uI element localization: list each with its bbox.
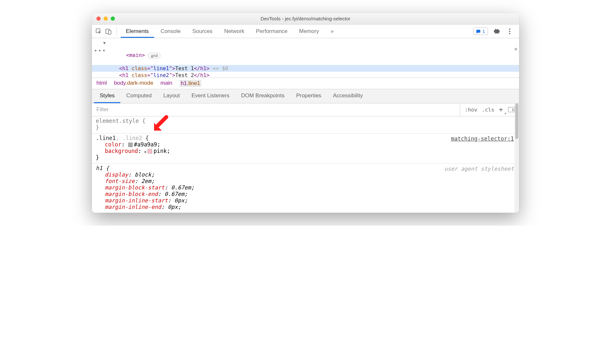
- dom-node-main[interactable]: ▼ <main> grid: [92, 39, 519, 65]
- window-title: DevTools - jec.fyi/demo/matching-selecto…: [92, 16, 519, 21]
- styles-content: :hov .cls + ◢ element.style { } matching…: [92, 103, 519, 213]
- svg-rect-2: [108, 30, 111, 34]
- inspect-element-icon[interactable]: [94, 27, 103, 36]
- color-swatch-icon[interactable]: [148, 149, 152, 154]
- issues-count: 1: [483, 28, 485, 34]
- device-toolbar-icon[interactable]: [104, 27, 113, 36]
- kebab-menu-icon[interactable]: [505, 27, 514, 36]
- styles-filter-input[interactable]: [92, 106, 460, 113]
- tab-performance[interactable]: Performance: [251, 25, 293, 38]
- subtab-styles[interactable]: Styles: [94, 89, 120, 103]
- separator: [117, 27, 117, 35]
- tab-console[interactable]: Console: [155, 25, 186, 38]
- subtab-computed[interactable]: Computed: [120, 89, 157, 103]
- dom-node-h1-line1[interactable]: <h1 class="line1">Test 1</h1> == $0: [92, 65, 519, 72]
- titlebar: DevTools - jec.fyi/demo/matching-selecto…: [92, 13, 519, 25]
- hov-toggle[interactable]: :hov: [465, 107, 477, 113]
- user-agent-label: user agent stylesheet: [444, 166, 514, 172]
- corner-handle-icon: ◢: [505, 112, 506, 115]
- subtab-event-listeners[interactable]: Event Listeners: [186, 89, 235, 103]
- stylesheet-source-link[interactable]: matching-selector:1: [451, 135, 514, 142]
- cls-toggle[interactable]: .cls: [482, 107, 494, 113]
- scroll-indicator: [515, 48, 517, 50]
- subtab-properties[interactable]: Properties: [290, 89, 327, 103]
- rule-line1-line2[interactable]: matching-selector:1 .line1, .line2 { col…: [92, 134, 519, 164]
- expand-triangle-icon[interactable]: ▼: [103, 41, 106, 45]
- svg-point-5: [509, 33, 510, 34]
- issues-button[interactable]: 1: [473, 27, 488, 35]
- tab-sources[interactable]: Sources: [187, 25, 217, 38]
- svg-point-3: [509, 28, 510, 30]
- styles-filter-bar: :hov .cls + ◢: [92, 103, 519, 116]
- subtab-accessibility[interactable]: Accessibility: [327, 89, 369, 103]
- devtools-window: DevTools - jec.fyi/demo/matching-selecto…: [92, 13, 519, 213]
- styles-panel: element.style { } matching-selector:1 .l…: [92, 116, 519, 213]
- styles-subtabs: Styles Computed Layout Event Listeners D…: [92, 89, 519, 103]
- tab-elements[interactable]: Elements: [121, 25, 154, 38]
- tab-network[interactable]: Network: [219, 25, 250, 38]
- color-swatch-icon[interactable]: [128, 143, 133, 147]
- breadcrumb: html body.dark-mode main h1.line1: [92, 78, 519, 89]
- annotation-arrow-icon: [152, 115, 170, 133]
- breadcrumb-main[interactable]: main: [161, 80, 172, 87]
- scrollbar-thumb[interactable]: [515, 103, 518, 139]
- vertical-scrollbar[interactable]: [515, 103, 519, 213]
- dom-node-h1-line2[interactable]: <h1 class="line2">Test 2</h1>: [92, 72, 519, 78]
- rule-element-style[interactable]: element.style { }: [92, 116, 519, 134]
- svg-point-4: [509, 31, 510, 32]
- breadcrumb-html[interactable]: html: [96, 80, 107, 87]
- ellipsis-icon[interactable]: •••: [94, 47, 106, 54]
- subtab-dom-breakpoints[interactable]: DOM Breakpoints: [235, 89, 290, 103]
- tabs-overflow[interactable]: »: [326, 25, 339, 38]
- breadcrumb-h1[interactable]: h1.line1: [180, 80, 202, 87]
- dom-tree[interactable]: ▼ <main> grid ••• <h1 class="line1">Test…: [92, 38, 519, 78]
- grid-badge[interactable]: grid: [148, 53, 161, 59]
- breadcrumb-body[interactable]: body.dark-mode: [114, 80, 153, 87]
- subtab-layout[interactable]: Layout: [158, 89, 186, 103]
- main-tabs: Elements Console Sources Network Perform…: [92, 25, 519, 38]
- settings-gear-icon[interactable]: [493, 27, 501, 36]
- rule-h1-user-agent[interactable]: user agent stylesheet h1 { display: bloc…: [92, 164, 519, 213]
- tab-memory[interactable]: Memory: [294, 25, 324, 38]
- expand-triangle-icon[interactable]: ▶: [145, 150, 147, 154]
- new-style-rule-button[interactable]: +: [499, 107, 503, 112]
- sidebar-toggle-icon[interactable]: [508, 107, 515, 112]
